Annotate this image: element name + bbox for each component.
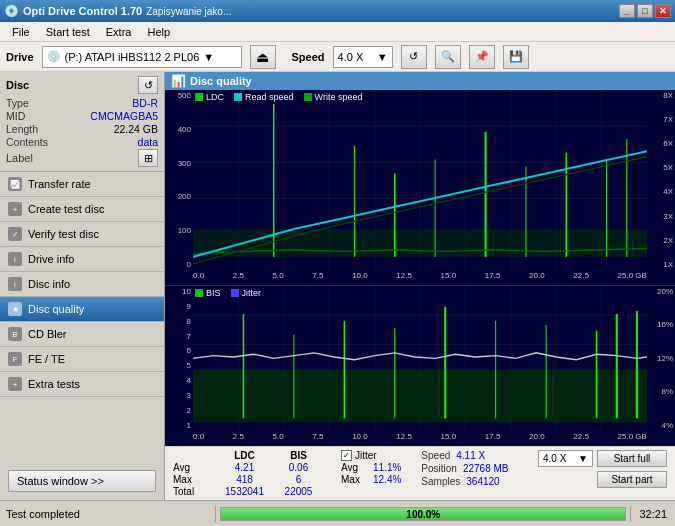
x2-label-15: 15.0 <box>441 432 457 446</box>
menu-start-test[interactable]: Start test <box>38 24 98 40</box>
disc-refresh-button[interactable]: ↺ <box>138 76 158 94</box>
x-label-7_5: 7.5 <box>312 271 323 285</box>
y-axis-left-1: 500 400 300 200 100 0 <box>165 90 193 271</box>
action-speed-dropdown[interactable]: 4.0 X ▼ <box>538 450 593 467</box>
ldc-chart: LDC Read speed Write speed 500 400 30 <box>165 90 675 286</box>
x-label-0: 0.0 <box>193 271 204 285</box>
sidebar-item-drive-info[interactable]: i Drive info <box>0 247 164 272</box>
disc-info-icon: i <box>8 277 22 291</box>
app-icon: 💿 <box>4 4 19 18</box>
jitter-avg-value: 11.1% <box>373 462 401 473</box>
sidebar-item-fe-te[interactable]: F FE / TE <box>0 347 164 372</box>
read-speed-legend-label: Read speed <box>245 92 294 102</box>
drive-value: (P:) ATAPI iHBS112 2 PL06 <box>65 51 200 63</box>
status-text: Test completed <box>0 506 216 522</box>
jitter-legend-dot <box>231 289 239 297</box>
y2-label-5: 5 <box>167 362 191 370</box>
drive-select[interactable]: 💿 (P:) ATAPI iHBS112 2 PL06 ▼ <box>42 46 242 68</box>
menu-file[interactable]: File <box>4 24 38 40</box>
scan-button[interactable]: 🔍 <box>435 45 461 69</box>
jitter-checkbox[interactable]: ✓ <box>341 450 352 461</box>
fe-te-icon: F <box>8 352 22 366</box>
minimize-button[interactable]: _ <box>619 4 635 18</box>
y1-label-200: 200 <box>167 193 191 201</box>
mid-label: MID <box>6 110 25 122</box>
write-speed-legend-dot <box>304 93 312 101</box>
svg-rect-13 <box>193 229 647 257</box>
label-button[interactable]: ⊞ <box>138 149 158 167</box>
status-message: Test completed <box>6 508 80 520</box>
x2-label-22_5: 22.5 <box>573 432 589 446</box>
x-label-20: 20.0 <box>529 271 545 285</box>
sidebar-item-disc-info[interactable]: i Disc info <box>0 272 164 297</box>
legend-ldc: LDC <box>195 92 224 102</box>
y-axis-left-2: 10 9 8 7 6 5 4 3 2 1 <box>165 286 193 432</box>
y2-label-2: 2 <box>167 407 191 415</box>
speed-label: Speed <box>292 51 325 63</box>
x2-label-17_5: 17.5 <box>485 432 501 446</box>
sidebar-item-extra-tests[interactable]: + Extra tests <box>0 372 164 397</box>
bis-chart: BIS Jitter 10 9 8 7 6 5 4 3 <box>165 286 675 446</box>
maximize-button[interactable]: □ <box>637 4 653 18</box>
y1-label-300: 300 <box>167 160 191 168</box>
read-speed-legend-dot <box>234 93 242 101</box>
sidebar-item-cd-bler[interactable]: B CD Bler <box>0 322 164 347</box>
sidebar-item-create-test-disc[interactable]: + Create test disc <box>0 197 164 222</box>
eject-button[interactable]: ⏏ <box>250 45 276 69</box>
samples-label: Samples <box>421 476 460 487</box>
x2-label-0: 0.0 <box>193 432 204 446</box>
y1r-label-7x: 7X <box>649 116 673 124</box>
refresh-drive-button[interactable]: ↺ <box>401 45 427 69</box>
speed-select[interactable]: 4.0 X ▼ <box>333 46 393 68</box>
start-full-button[interactable]: Start full <box>597 450 667 467</box>
progress-bar-bg: 100.0% <box>220 507 626 521</box>
close-button[interactable]: ✕ <box>655 4 671 18</box>
drive-icon: 💿 <box>47 50 61 63</box>
legend-bis: BIS <box>195 288 221 298</box>
menu-help[interactable]: Help <box>139 24 178 40</box>
x-label-5: 5.0 <box>273 271 284 285</box>
y2-label-3: 3 <box>167 392 191 400</box>
cd-bler-icon: B <box>8 327 22 341</box>
y2-label-1: 1 <box>167 422 191 430</box>
ldc-legend-dot <box>195 93 203 101</box>
sidebar-item-disc-quality[interactable]: ★ Disc quality <box>0 297 164 322</box>
y2r-label-20: 20% <box>649 288 673 296</box>
samples-value: 364120 <box>466 476 499 487</box>
start-part-button[interactable]: Start part <box>597 471 667 488</box>
bis-legend-label: BIS <box>206 288 221 298</box>
ldc-chart-svg <box>193 90 647 271</box>
disc-info-label: Disc info <box>28 278 70 290</box>
x-label-25: 25.0 GB <box>618 271 647 285</box>
status-window-button[interactable]: Status window >> <box>8 470 156 492</box>
save-button[interactable]: 💾 <box>503 45 529 69</box>
drive-dropdown-icon: ▼ <box>203 51 214 63</box>
ldc-max-value: 418 <box>217 474 272 485</box>
ldc-total-value: 1532041 <box>217 486 272 497</box>
sidebar-item-transfer-rate[interactable]: 📈 Transfer rate <box>0 172 164 197</box>
ldc-legend-label: LDC <box>206 92 224 102</box>
menu-extra[interactable]: Extra <box>98 24 140 40</box>
bis-col-header: BIS <box>276 450 321 461</box>
speed-value: 4.0 X <box>338 51 364 63</box>
bis-avg-value: 0.06 <box>276 462 321 473</box>
x2-label-12_5: 12.5 <box>396 432 412 446</box>
position-label: Position <box>421 463 457 474</box>
bookmark-button[interactable]: 📌 <box>469 45 495 69</box>
extra-tests-icon: + <box>8 377 22 391</box>
x2-label-7_5: 7.5 <box>312 432 323 446</box>
verify-test-disc-icon: ✓ <box>8 227 22 241</box>
chart-icon: 📊 <box>171 74 186 88</box>
status-time: 32:21 <box>630 506 675 522</box>
total-row-label: Total <box>173 486 213 497</box>
y2-label-8: 8 <box>167 318 191 326</box>
length-value: 22.24 GB <box>114 123 158 135</box>
window-subtitle: Zapisywanie jako... <box>146 6 231 17</box>
menu-bar: File Start test Extra Help <box>0 22 675 42</box>
fe-te-label: FE / TE <box>28 353 65 365</box>
status-window-label: Status window >> <box>17 475 104 487</box>
sidebar-item-verify-test-disc[interactable]: ✓ Verify test disc <box>0 222 164 247</box>
x2-label-10: 10.0 <box>352 432 368 446</box>
bis-chart-canvas <box>193 286 647 432</box>
length-label: Length <box>6 123 38 135</box>
